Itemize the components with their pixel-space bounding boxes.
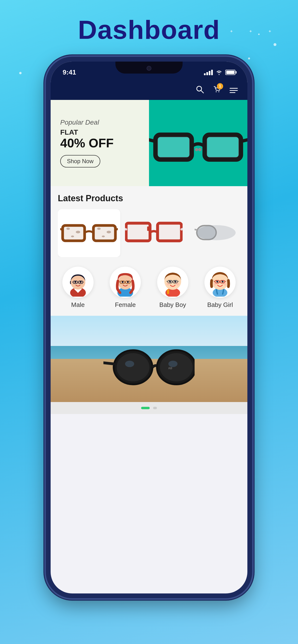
battery-icon: [225, 70, 235, 75]
beach-sunglasses-image: RB: [103, 344, 195, 390]
svg-rect-13: [63, 226, 85, 241]
svg-point-46: [127, 281, 129, 283]
banner-text-area: Popular Deal FLAT 40% OFF Shop Now: [51, 100, 149, 186]
svg-line-1: [201, 90, 203, 93]
svg-rect-53: [167, 289, 169, 294]
scroll-content: Popular Deal FLAT 40% OFF Shop Now: [51, 100, 247, 594]
svg-text:RB: RB: [169, 367, 172, 370]
svg-point-78: [223, 282, 226, 286]
svg-point-16: [71, 236, 74, 237]
svg-line-86: [103, 362, 114, 364]
banner-discount: 40% OFF: [60, 136, 139, 150]
svg-line-41: [72, 282, 73, 282]
female-label: Female: [115, 301, 136, 308]
svg-rect-28: [158, 224, 181, 240]
svg-line-29: [125, 228, 126, 230]
shop-now-button[interactable]: Shop Now: [60, 155, 100, 168]
male-avatar-image: [65, 268, 91, 296]
baby-boy-avatar-image: [160, 268, 186, 296]
page-dot-1: [141, 407, 150, 409]
glasses-silver: [195, 219, 238, 248]
category-baby-girl[interactable]: Baby Girl: [204, 267, 236, 308]
wifi-icon: [216, 70, 222, 75]
beach-scene: RB: [51, 316, 247, 402]
svg-point-21: [102, 236, 105, 237]
female-avatar: [110, 267, 141, 298]
svg-rect-7: [207, 137, 239, 158]
banner-flat-label: FLAT: [60, 128, 139, 136]
cart-badge: 1: [217, 83, 223, 89]
category-male[interactable]: Male: [62, 267, 94, 308]
phone-frame: 9:41: [46, 57, 252, 598]
svg-point-11: [198, 148, 202, 152]
status-icons: [204, 67, 235, 75]
svg-line-30: [181, 228, 183, 230]
svg-point-45: [122, 281, 124, 283]
svg-point-20: [106, 231, 111, 233]
category-female[interactable]: Female: [110, 267, 141, 308]
male-label: Male: [71, 301, 85, 308]
svg-rect-25: [127, 224, 149, 240]
page-dot-2: [153, 407, 157, 409]
banner-image-area: [149, 100, 247, 186]
categories-section: Male: [51, 257, 247, 316]
svg-point-83: [160, 353, 193, 382]
baby-girl-avatar: [204, 267, 236, 298]
baby-girl-avatar-image: [207, 268, 233, 296]
latest-products-title: Latest Products: [58, 193, 240, 204]
svg-rect-26: [147, 226, 151, 231]
glasses-tortoise: [60, 220, 118, 246]
category-baby-boy[interactable]: Baby Boy: [157, 267, 188, 308]
glasses-red: [125, 219, 183, 248]
svg-point-84: [169, 360, 178, 367]
svg-line-42: [83, 282, 83, 282]
svg-line-32: [195, 228, 197, 230]
cart-button[interactable]: 1: [213, 85, 221, 96]
svg-point-37: [80, 281, 82, 283]
baby-girl-label: Baby Girl: [207, 301, 233, 308]
svg-point-65: [176, 282, 179, 286]
svg-point-64: [167, 282, 170, 286]
categories-row: Male: [58, 267, 240, 308]
search-button[interactable]: [196, 85, 204, 96]
svg-point-3: [218, 91, 219, 92]
product-card-3[interactable]: [187, 209, 240, 257]
svg-point-14: [66, 228, 70, 230]
latest-products-section: Latest Products: [51, 186, 247, 257]
svg-rect-18: [93, 226, 115, 241]
products-list: [58, 209, 240, 257]
svg-line-22: [60, 229, 63, 230]
svg-point-10: [195, 148, 198, 152]
svg-point-15: [76, 231, 80, 233]
phone-screen: 9:41: [51, 62, 247, 594]
svg-rect-5: [158, 137, 190, 158]
banner-glasses-image: [149, 100, 247, 186]
svg-point-33: [197, 225, 236, 240]
page-title: Dashboard: [78, 14, 220, 45]
menu-button[interactable]: [230, 88, 238, 93]
page-indicator: [51, 402, 247, 414]
notch: [115, 62, 183, 74]
app-header: 1: [51, 81, 247, 100]
product-card-1[interactable]: [58, 209, 120, 257]
banner-deal-tag: Popular Deal: [60, 118, 139, 126]
svg-point-2: [216, 91, 217, 92]
svg-line-23: [115, 229, 118, 230]
svg-point-80: [117, 353, 150, 382]
camera: [146, 66, 152, 71]
svg-point-36: [74, 281, 76, 283]
baby-boy-avatar: [157, 267, 188, 298]
svg-point-81: [125, 360, 134, 367]
female-avatar-image: [112, 268, 138, 296]
male-avatar: [62, 267, 94, 298]
signal-icon: [204, 70, 213, 75]
svg-point-19: [97, 228, 101, 230]
product-card-2[interactable]: [125, 209, 183, 257]
baby-boy-label: Baby Boy: [159, 301, 186, 308]
svg-point-77: [214, 282, 217, 286]
promo-banner: Popular Deal FLAT 40% OFF Shop Now: [51, 100, 247, 186]
status-time: 9:41: [63, 66, 76, 76]
